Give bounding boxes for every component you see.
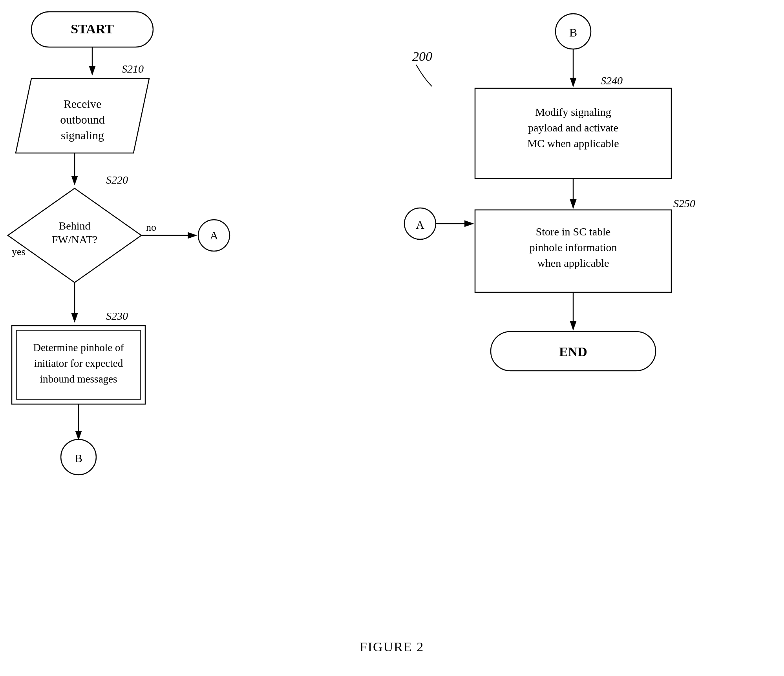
svg-text:yes: yes bbox=[12, 246, 26, 257]
svg-text:S230: S230 bbox=[106, 310, 128, 322]
svg-text:payload and activate: payload and activate bbox=[528, 122, 618, 134]
svg-text:FW/NAT?: FW/NAT? bbox=[52, 233, 98, 246]
svg-text:A: A bbox=[210, 229, 218, 242]
svg-text:A: A bbox=[416, 218, 424, 231]
svg-text:when applicable: when applicable bbox=[537, 257, 609, 269]
svg-text:B: B bbox=[569, 26, 577, 39]
diagram-container: START S210 Receive outbound signaling S2… bbox=[0, 0, 784, 676]
svg-text:S240: S240 bbox=[601, 75, 623, 87]
svg-text:200: 200 bbox=[412, 49, 432, 64]
svg-text:Behind: Behind bbox=[59, 220, 91, 232]
svg-text:Modify signaling: Modify signaling bbox=[535, 106, 611, 118]
svg-text:Determine pinhole of: Determine pinhole of bbox=[33, 342, 124, 353]
svg-text:MC when applicable: MC when applicable bbox=[527, 137, 619, 149]
svg-text:outbound: outbound bbox=[60, 113, 104, 126]
flowchart-svg: START S210 Receive outbound signaling S2… bbox=[0, 0, 784, 676]
svg-text:S210: S210 bbox=[122, 63, 144, 75]
svg-text:signaling: signaling bbox=[61, 129, 104, 142]
svg-text:Store in SC table: Store in SC table bbox=[536, 226, 611, 238]
svg-text:B: B bbox=[75, 452, 82, 465]
svg-text:END: END bbox=[559, 344, 587, 359]
svg-text:Receive: Receive bbox=[64, 97, 102, 110]
svg-text:S220: S220 bbox=[106, 174, 128, 186]
svg-text:initiator for expected: initiator for expected bbox=[34, 357, 123, 369]
svg-text:FIGURE 2: FIGURE 2 bbox=[360, 640, 424, 654]
svg-text:pinhole information: pinhole information bbox=[529, 241, 617, 253]
svg-text:no: no bbox=[146, 222, 156, 233]
svg-text:START: START bbox=[71, 22, 114, 36]
svg-text:S250: S250 bbox=[673, 197, 695, 210]
svg-text:inbound messages: inbound messages bbox=[40, 373, 117, 385]
